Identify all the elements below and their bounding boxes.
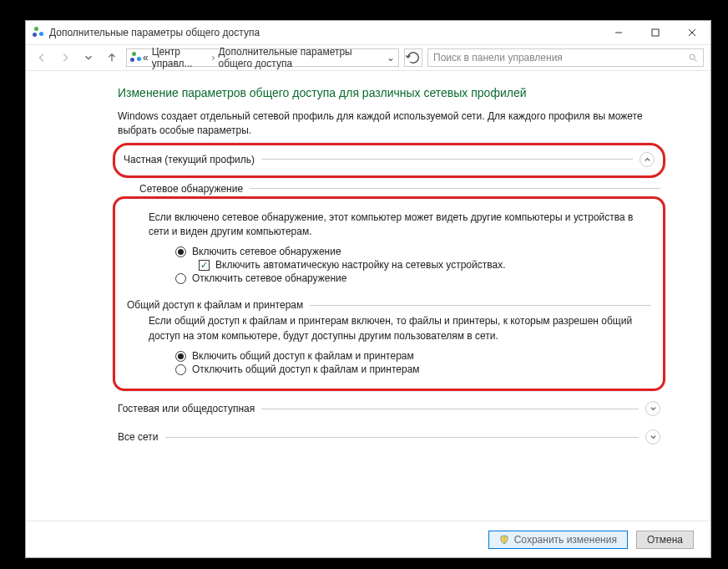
search-placeholder: Поиск в панели управления — [433, 52, 563, 64]
close-button[interactable] — [674, 21, 710, 44]
divider — [165, 437, 640, 438]
expander-header-guest[interactable]: Гостевая или общедоступная — [118, 398, 660, 419]
content-area: Изменение параметров общего доступа для … — [26, 71, 710, 521]
chevron-up-icon[interactable] — [640, 152, 655, 167]
radio-label: Включить общий доступ к файлам и принтер… — [192, 350, 414, 362]
discovery-description: Если включено сетевое обнаружение, этот … — [149, 211, 651, 240]
up-button[interactable] — [103, 48, 121, 67]
expander-header-all[interactable]: Все сети — [118, 426, 660, 448]
expander-title: Частная (текущий профиль) — [124, 154, 255, 165]
breadcrumb[interactable]: « Центр управл... › Дополнительные парам… — [126, 48, 399, 67]
shield-icon — [499, 535, 509, 545]
refresh-button[interactable] — [404, 48, 422, 67]
titlebar: Дополнительные параметры общего доступа — [26, 21, 710, 44]
maximize-button[interactable] — [637, 21, 674, 44]
footer: Сохранить изменения Отмена — [26, 521, 710, 557]
search-input[interactable]: Поиск в панели управления — [427, 48, 704, 67]
search-icon — [688, 53, 698, 63]
cancel-button[interactable]: Отмена — [636, 531, 694, 549]
expander-title: Гостевая или общедоступная — [118, 403, 255, 414]
minimize-button[interactable] — [600, 21, 637, 44]
forward-button[interactable] — [56, 48, 74, 67]
svg-line-5 — [695, 59, 697, 62]
button-label: Отмена — [647, 534, 683, 546]
highlight-private-body: Если включено сетевое обнаружение, этот … — [113, 196, 665, 392]
divider — [261, 409, 639, 409]
divider — [261, 159, 633, 160]
svg-point-4 — [690, 54, 695, 59]
divider — [250, 188, 660, 189]
breadcrumb-prefix: « — [143, 52, 149, 64]
expander-header-private[interactable]: Частная (текущий профиль) — [124, 149, 655, 170]
breadcrumb-item[interactable]: Дополнительные параметры общего доступа — [219, 46, 383, 69]
profile-private: Частная (текущий профиль) Сетевое обнару… — [118, 143, 660, 392]
profile-all-networks: Все сети — [118, 426, 660, 448]
sharing-description: Если общий доступ к файлам и принтерам в… — [149, 314, 651, 343]
radio-icon — [175, 273, 186, 284]
breadcrumb-item[interactable]: Центр управл... — [152, 46, 209, 69]
chevron-down-icon[interactable]: ⌄ — [387, 52, 395, 64]
section-network-discovery: Сетевое обнаружение — [139, 183, 660, 195]
section-file-sharing: Общий доступ к файлам и принтерам — [127, 299, 651, 311]
checkbox-label: Включить автоматическую настройку на сет… — [215, 259, 506, 271]
radio-sharing-off[interactable]: Отключить общий доступ к файлам и принте… — [175, 363, 651, 375]
radio-label: Отключить общий доступ к файлам и принте… — [192, 363, 420, 375]
window-frame: Дополнительные параметры общего доступа … — [25, 20, 711, 558]
chevron-down-icon[interactable] — [645, 401, 660, 416]
back-button[interactable] — [33, 48, 51, 67]
checkbox-icon: ✓ — [199, 260, 210, 271]
chevron-down-icon[interactable] — [645, 429, 660, 445]
control-panel-icon — [130, 52, 139, 64]
window-title: Дополнительные параметры общего доступа — [49, 27, 260, 38]
section-subtitle: Общий доступ к файлам и принтерам — [127, 299, 303, 311]
checkbox-auto-setup[interactable]: ✓ Включить автоматическую настройку на с… — [199, 259, 651, 271]
radio-label: Отключить сетевое обнаружение — [192, 272, 346, 284]
expander-title: Все сети — [118, 431, 159, 443]
radio-discovery-on[interactable]: Включить сетевое обнаружение — [175, 246, 651, 257]
divider — [310, 305, 651, 306]
save-button[interactable]: Сохранить изменения — [488, 531, 628, 549]
recent-dropdown[interactable] — [79, 48, 98, 67]
page-intro: Windows создает отдельный сетевой профил… — [118, 109, 660, 138]
toolbar: « Центр управл... › Дополнительные парам… — [26, 44, 710, 71]
page-heading: Изменение параметров общего доступа для … — [118, 86, 660, 99]
highlight-private-header: Частная (текущий профиль) — [113, 143, 665, 178]
radio-icon — [175, 246, 186, 257]
section-subtitle: Сетевое обнаружение — [139, 183, 243, 195]
radio-sharing-on[interactable]: Включить общий доступ к файлам и принтер… — [175, 350, 651, 362]
svg-rect-1 — [652, 29, 659, 36]
chevron-right-icon: › — [212, 52, 215, 64]
radio-discovery-off[interactable]: Отключить сетевое обнаружение — [175, 272, 651, 284]
button-label: Сохранить изменения — [514, 534, 617, 546]
app-icon — [33, 27, 44, 38]
profile-guest: Гостевая или общедоступная — [118, 398, 660, 419]
radio-icon — [175, 364, 186, 375]
radio-label: Включить сетевое обнаружение — [192, 246, 341, 257]
radio-icon — [175, 351, 186, 362]
